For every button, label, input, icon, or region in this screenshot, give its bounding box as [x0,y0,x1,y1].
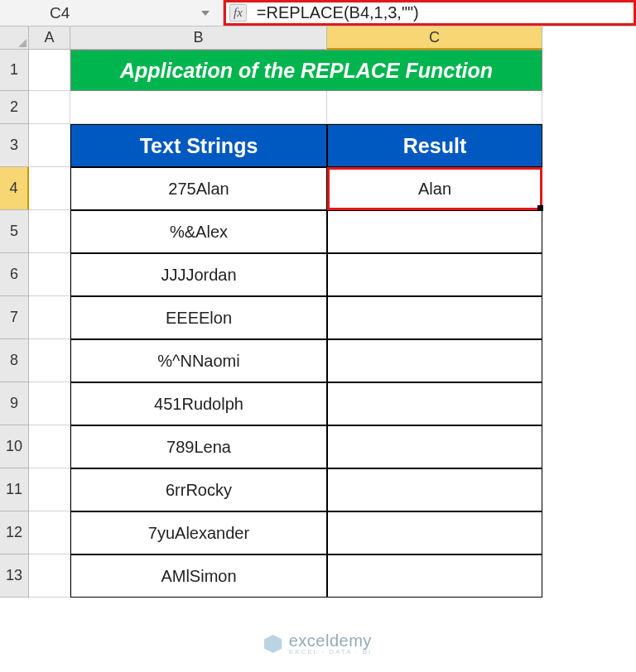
cell-b13[interactable]: AMlSimon [70,554,327,598]
cell-a2[interactable] [29,91,70,124]
cell-a3[interactable] [29,124,70,167]
row-header-12[interactable]: 12 [0,511,29,554]
column-headers: ABC [29,26,542,50]
watermark-main: exceldemy [289,632,373,649]
cell-c8[interactable] [327,339,542,382]
cell-c7[interactable] [327,296,542,339]
cell-b5[interactable]: %&Alex [70,210,327,253]
spreadsheet-grid: ABC 12345678910111213 Application of the… [0,26,636,672]
cell-a13[interactable] [29,554,70,598]
cells-area: Application of the REPLACE FunctionText … [29,50,636,672]
row-header-7[interactable]: 7 [0,296,29,339]
cell-c5[interactable] [327,210,542,253]
row-header-3[interactable]: 3 [0,124,29,167]
formula-bar: C4 fx =REPLACE(B4,1,3,"") [0,0,636,26]
cell-a10[interactable] [29,425,70,468]
cell-c10[interactable] [327,425,542,468]
col-header-b[interactable]: B [70,26,327,50]
watermark-sub: EXCEL · DATA · BI [289,649,373,655]
title-cell[interactable]: Application of the REPLACE Function [70,50,542,91]
cell-a7[interactable] [29,296,70,339]
cell-b8[interactable]: %^NNaomi [70,339,327,382]
col-header-a[interactable]: A [29,26,70,50]
select-all-corner[interactable] [0,26,29,50]
cell-c6[interactable] [327,253,542,296]
row-header-13[interactable]: 13 [0,554,29,598]
watermark: exceldemy EXCEL · DATA · BI [264,632,373,655]
cell-b11[interactable]: 6rrRocky [70,468,327,511]
cell-b3[interactable]: Text Strings [70,124,327,167]
row-header-8[interactable]: 8 [0,339,29,382]
row-header-5[interactable]: 5 [0,210,29,253]
cell-a9[interactable] [29,382,70,425]
cell-c13[interactable] [327,554,542,598]
row-header-2[interactable]: 2 [0,91,29,124]
formula-input-section[interactable]: fx =REPLACE(B4,1,3,"") [224,0,636,26]
cell-a4[interactable] [29,167,70,210]
col-header-c[interactable]: C [327,26,542,50]
cell-a1[interactable] [29,50,70,91]
cell-a5[interactable] [29,210,70,253]
logo-icon [264,635,282,653]
cell-b2[interactable] [70,91,327,124]
row-header-11[interactable]: 11 [0,468,29,511]
row-header-10[interactable]: 10 [0,425,29,468]
fx-icon[interactable]: fx [229,4,247,22]
row-header-6[interactable]: 6 [0,253,29,296]
cell-a12[interactable] [29,511,70,554]
cell-a8[interactable] [29,339,70,382]
cell-a6[interactable] [29,253,70,296]
formula-text: =REPLACE(B4,1,3,"") [257,3,419,22]
cell-c12[interactable] [327,511,542,554]
cell-b6[interactable]: JJJJordan [70,253,327,296]
row-header-9[interactable]: 9 [0,382,29,425]
cell-a11[interactable] [29,468,70,511]
corner-triangle-icon [18,39,26,47]
cell-b4[interactable]: 275Alan [70,167,327,210]
cell-c2[interactable] [327,91,542,124]
name-box: C4 [50,4,70,22]
cell-c4[interactable]: Alan [327,167,542,210]
cell-b9[interactable]: 451Rudolph [70,382,327,425]
name-box-container[interactable]: C4 [0,0,224,26]
row-header-4[interactable]: 4 [0,167,29,210]
cell-b12[interactable]: 7yuAlexander [70,511,327,554]
cell-c11[interactable] [327,468,542,511]
cell-b10[interactable]: 789Lena [70,425,327,468]
row-headers: 12345678910111213 [0,50,29,672]
cell-b7[interactable]: EEEElon [70,296,327,339]
row-header-1[interactable]: 1 [0,50,29,91]
chevron-down-icon[interactable] [201,11,210,16]
cell-c3[interactable]: Result [327,124,542,167]
cell-c9[interactable] [327,382,542,425]
